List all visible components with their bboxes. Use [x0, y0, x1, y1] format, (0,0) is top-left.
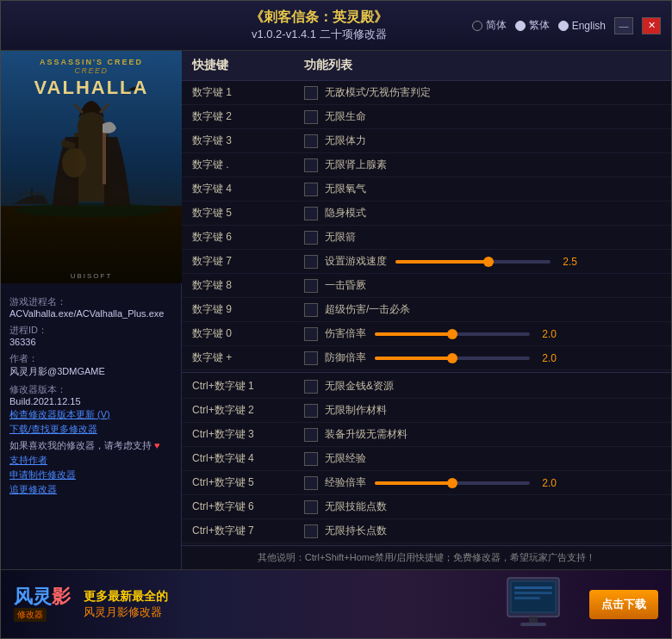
- feature-name: 无限体力: [325, 133, 661, 148]
- feature-name: 无限金钱&资源: [325, 379, 661, 394]
- slider-fill: [395, 260, 488, 264]
- feature-checkbox[interactable]: [304, 183, 318, 196]
- title-center: 《刺客信条：英灵殿》 v1.0.2-v1.4.1 二十项修改器: [166, 9, 472, 42]
- radio-simplified: [472, 21, 482, 31]
- title-sub: v1.0.2-v1.4.1 二十项修改器: [166, 27, 472, 42]
- section-divider: [182, 372, 671, 373]
- feature-checkbox[interactable]: [304, 500, 318, 514]
- feature-name: 隐身模式: [325, 206, 661, 220]
- version-block: 修改器版本： Build.2021.12.15 检查修改器版本更新 (V): [9, 383, 172, 421]
- app-window: 《刺客信条：英灵殿》 v1.0.2-v1.4.1 二十项修改器 简体 繁体 En…: [0, 0, 672, 639]
- slider-value: 2.0: [535, 352, 557, 364]
- feature-row: 数字键 5隐身模式: [182, 202, 671, 226]
- feature-row: Ctrl+数字键 2无限制作材料: [182, 399, 671, 423]
- svg-rect-17: [529, 617, 538, 623]
- feature-checkbox[interactable]: [304, 327, 318, 341]
- hotkey-label: Ctrl+数字键 6: [192, 499, 304, 514]
- feature-checkbox[interactable]: [304, 279, 318, 293]
- hotkey-label: 数字键 4: [192, 182, 304, 196]
- feature-row: Ctrl+数字键 7无限持长点数: [182, 519, 671, 543]
- check-update-link[interactable]: 检查修改器版本更新 (V): [9, 408, 172, 421]
- feature-checkbox[interactable]: [304, 351, 318, 365]
- banner-logo-area: 风灵影 修改器: [14, 587, 71, 622]
- slider-track[interactable]: [375, 332, 530, 336]
- feature-checkbox[interactable]: [304, 303, 318, 317]
- version-label: 修改器版本：: [9, 383, 172, 396]
- pid-label: 进程ID：: [9, 324, 172, 337]
- follow-link[interactable]: 追更修改器: [9, 483, 172, 496]
- hotkey-label: Ctrl+数字键 7: [192, 524, 304, 538]
- slider-value: 2.0: [535, 477, 557, 489]
- request-link[interactable]: 申请制作修改器: [9, 468, 172, 481]
- feature-row: 数字键 9超级伤害/一击必杀: [182, 298, 671, 322]
- feature-checkbox[interactable]: [304, 476, 318, 490]
- radio-english: [558, 21, 569, 31]
- hotkey-label: 数字键 9: [192, 302, 304, 317]
- feature-name-slider: 伤害倍率: [325, 326, 366, 341]
- feature-row: Ctrl+数字键 1无限金钱&资源: [182, 375, 671, 399]
- pid-block: 进程ID： 36336: [9, 324, 172, 347]
- lang-traditional[interactable]: 繁体: [515, 18, 550, 33]
- slider-thumb[interactable]: [447, 478, 457, 488]
- pid-value: 36336: [9, 337, 172, 347]
- feature-checkbox[interactable]: [304, 110, 318, 124]
- feature-checkbox[interactable]: [304, 404, 318, 418]
- minimize-button[interactable]: —: [614, 17, 633, 34]
- feature-row: Ctrl+数字键 4无限经验: [182, 447, 671, 471]
- lang-simplified[interactable]: 简体: [472, 18, 507, 33]
- feature-name: 无限箭: [325, 230, 661, 245]
- hotkey-label: 数字键 +: [192, 351, 304, 365]
- slider-thumb[interactable]: [447, 353, 457, 363]
- feature-checkbox[interactable]: [304, 524, 318, 538]
- feature-name-slider: 防御倍率: [325, 351, 366, 365]
- cover-title: VALHALLA: [1, 77, 182, 99]
- feature-name: 无限氧气: [325, 182, 661, 196]
- feature-name-slider: 经验倍率: [325, 475, 366, 490]
- download-link[interactable]: 下载/查找更多修改器: [9, 423, 172, 436]
- banner-logo-char2: 影: [52, 586, 71, 607]
- feature-name: 一击昏厥: [325, 278, 661, 293]
- feature-checkbox[interactable]: [304, 255, 318, 269]
- banner-download-button[interactable]: 点击下载: [589, 590, 658, 619]
- radio-traditional: [515, 21, 526, 31]
- feature-name: 无限技能点数: [325, 499, 661, 514]
- slider-track[interactable]: [375, 357, 530, 360]
- banner: 风灵影 修改器 更多最新最全的 风灵月影修改器 点击下载: [1, 569, 671, 638]
- slider-thumb[interactable]: [483, 257, 494, 267]
- slider-thumb[interactable]: [447, 329, 457, 339]
- lang-traditional-label: 繁体: [529, 18, 550, 33]
- hotkey-label: 数字键 2: [192, 109, 304, 124]
- hotkey-label: 数字键 5: [192, 206, 304, 220]
- feature-checkbox[interactable]: [304, 207, 318, 220]
- feature-row: Ctrl+数字键 6无限技能点数: [182, 495, 671, 519]
- slider-container: 防御倍率2.0: [325, 351, 661, 365]
- lang-english[interactable]: English: [558, 20, 606, 32]
- feature-row: 数字键 .无限肾上腺素: [182, 153, 671, 177]
- feature-name: 无敌模式/无视伤害判定: [325, 85, 661, 100]
- slider-track[interactable]: [375, 481, 530, 485]
- game-name-block: 游戏进程名： ACValhalla.exe/ACValhalla_Plus.ex…: [9, 295, 172, 319]
- feature-name: 无限经验: [325, 451, 661, 466]
- main-content: ASSASSIN'S CREED CREED VALHALLA UBISOFT …: [1, 51, 671, 569]
- feature-checkbox[interactable]: [304, 86, 318, 100]
- feature-checkbox[interactable]: [304, 231, 318, 245]
- close-button[interactable]: ✕: [642, 17, 661, 34]
- support-link[interactable]: 支持作者: [9, 454, 172, 467]
- feature-checkbox[interactable]: [304, 452, 318, 466]
- feature-checkbox[interactable]: [304, 428, 318, 442]
- lang-controls: 简体 繁体 English — ✕: [472, 17, 661, 34]
- hotkey-label: Ctrl+数字键 4: [192, 451, 304, 466]
- slider-container: 伤害倍率2.0: [325, 326, 661, 341]
- slider-fill: [375, 332, 452, 336]
- feature-row: 数字键 4无限氧气: [182, 177, 671, 202]
- slider-track[interactable]: [395, 260, 551, 264]
- hotkey-label: 数字键 .: [192, 158, 304, 172]
- feature-checkbox[interactable]: [304, 158, 318, 172]
- svg-point-4: [78, 111, 105, 142]
- feature-checkbox[interactable]: [304, 134, 318, 148]
- cover-creed-label: CREED: [1, 66, 182, 75]
- cover-publisher: UBISOFT: [1, 272, 182, 280]
- hotkey-label: Ctrl+数字键 5: [192, 475, 304, 490]
- feature-name: 超级伤害/一击必杀: [325, 302, 661, 317]
- feature-checkbox[interactable]: [304, 380, 318, 394]
